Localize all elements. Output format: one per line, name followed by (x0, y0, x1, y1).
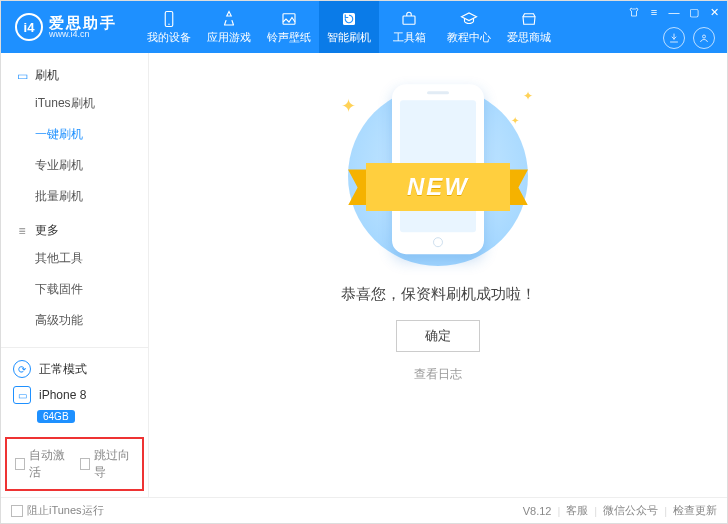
nav-label: 我的设备 (147, 30, 191, 45)
nav-label: 铃声壁纸 (267, 30, 311, 45)
sidebar-item-other-tools[interactable]: 其他工具 (1, 243, 148, 274)
main-content: ✦ ✦ ✦ NEW 恭喜您，保资料刷机成功啦！ 确定 查看日志 (149, 53, 727, 497)
toolbox-icon (400, 10, 418, 28)
sparkle-icon: ✦ (523, 89, 533, 103)
svg-point-5 (703, 35, 706, 38)
wechat-link[interactable]: 微信公众号 (603, 503, 658, 518)
block-itunes-checkbox[interactable]: 阻止iTunes运行 (11, 503, 104, 518)
sidebar: ▭ 刷机 iTunes刷机 一键刷机 专业刷机 批量刷机 ≡ 更多 其他工具 下… (1, 53, 149, 497)
nav-label: 爱思商城 (507, 30, 551, 45)
sparkle-icon: ✦ (511, 115, 519, 126)
svg-rect-4 (403, 16, 415, 24)
flash-options-highlight: 自动激活 跳过向导 (5, 437, 144, 491)
image-icon (280, 10, 298, 28)
maximize-button[interactable]: ▢ (687, 5, 701, 19)
nav-toolbox[interactable]: 工具箱 (379, 1, 439, 53)
view-log-link[interactable]: 查看日志 (414, 366, 462, 383)
version-label: V8.12 (523, 505, 552, 517)
auto-activate-checkbox[interactable]: 自动激活 (15, 447, 70, 481)
nav-store[interactable]: 爱思商城 (499, 1, 559, 53)
phone-icon: ▭ (15, 69, 29, 83)
new-ribbon: NEW (348, 163, 528, 211)
nav-ringtone-wallpaper[interactable]: 铃声壁纸 (259, 1, 319, 53)
menu-button[interactable]: ≡ (647, 5, 661, 19)
sparkle-icon: ✦ (341, 95, 356, 117)
top-nav: 我的设备 应用游戏 铃声壁纸 智能刷机 工具箱 教程中心 (139, 1, 559, 53)
checkbox-label: 自动激活 (29, 447, 69, 481)
logo-icon: i4 (15, 13, 43, 41)
statusbar: 阻止iTunes运行 V8.12 | 客服 | 微信公众号 | 检查更新 (1, 497, 727, 523)
logo: i4 爱思助手 www.i4.cn (1, 13, 131, 41)
user-button[interactable] (693, 27, 715, 49)
skin-button[interactable] (627, 5, 641, 19)
sidebar-section-title: 更多 (35, 222, 59, 239)
device-icon: ▭ (13, 386, 31, 404)
nav-my-device[interactable]: 我的设备 (139, 1, 199, 53)
device-mode-label: 正常模式 (39, 361, 87, 378)
nav-apps-games[interactable]: 应用游戏 (199, 1, 259, 53)
checkbox-icon (15, 458, 25, 470)
ok-button[interactable]: 确定 (396, 320, 480, 352)
storage-badge: 64GB (37, 410, 75, 423)
sidebar-section-more: ≡ 更多 其他工具 下载固件 高级功能 (1, 218, 148, 336)
checkbox-label: 跳过向导 (94, 447, 134, 481)
store-icon (520, 10, 538, 28)
sidebar-item-pro-flash[interactable]: 专业刷机 (1, 150, 148, 181)
device-name: iPhone 8 (39, 388, 86, 402)
more-icon: ≡ (15, 224, 29, 238)
mode-icon: ⟳ (13, 360, 31, 378)
nav-label: 教程中心 (447, 30, 491, 45)
sidebar-item-batch-flash[interactable]: 批量刷机 (1, 181, 148, 212)
sidebar-item-oneclick-flash[interactable]: 一键刷机 (1, 119, 148, 150)
sidebar-device-panel: ⟳ 正常模式 ▭ iPhone 8 64GB (1, 347, 148, 431)
close-button[interactable]: ✕ (707, 5, 721, 19)
download-button[interactable] (663, 27, 685, 49)
sidebar-item-advanced[interactable]: 高级功能 (1, 305, 148, 336)
nav-label: 智能刷机 (327, 30, 371, 45)
refresh-icon (340, 10, 358, 28)
checkbox-icon (80, 458, 90, 470)
sidebar-section-title: 刷机 (35, 67, 59, 84)
sidebar-section-flash: ▭ 刷机 iTunes刷机 一键刷机 专业刷机 批量刷机 (1, 63, 148, 212)
success-message: 恭喜您，保资料刷机成功啦！ (341, 285, 536, 304)
device-mode[interactable]: ⟳ 正常模式 (11, 356, 138, 382)
minimize-button[interactable]: ― (667, 5, 681, 19)
app-window: i4 爱思助手 www.i4.cn 我的设备 应用游戏 铃声壁纸 智能刷机 (0, 0, 728, 524)
appstore-icon (220, 10, 238, 28)
checkbox-label: 阻止iTunes运行 (27, 503, 104, 518)
check-update-link[interactable]: 检查更新 (673, 503, 717, 518)
logo-title: 爱思助手 (49, 15, 117, 30)
support-link[interactable]: 客服 (566, 503, 588, 518)
logo-subtitle: www.i4.cn (49, 30, 117, 39)
body: ▭ 刷机 iTunes刷机 一键刷机 专业刷机 批量刷机 ≡ 更多 其他工具 下… (1, 53, 727, 497)
svg-point-1 (168, 23, 170, 25)
skip-guide-checkbox[interactable]: 跳过向导 (80, 447, 135, 481)
sidebar-item-itunes-flash[interactable]: iTunes刷机 (1, 88, 148, 119)
window-controls: ≡ ― ▢ ✕ (627, 5, 721, 19)
device-entry[interactable]: ▭ iPhone 8 (11, 382, 138, 408)
titlebar: i4 爱思助手 www.i4.cn 我的设备 应用游戏 铃声壁纸 智能刷机 (1, 1, 727, 53)
graduation-cap-icon (460, 10, 478, 28)
sidebar-item-download-firmware[interactable]: 下载固件 (1, 274, 148, 305)
nav-label: 应用游戏 (207, 30, 251, 45)
checkbox-icon (11, 505, 23, 517)
nav-smart-flash[interactable]: 智能刷机 (319, 1, 379, 53)
phone-icon (160, 10, 178, 28)
success-illustration: ✦ ✦ ✦ NEW (323, 81, 553, 271)
ribbon-text: NEW (366, 163, 510, 211)
nav-label: 工具箱 (393, 30, 426, 45)
nav-tutorials[interactable]: 教程中心 (439, 1, 499, 53)
